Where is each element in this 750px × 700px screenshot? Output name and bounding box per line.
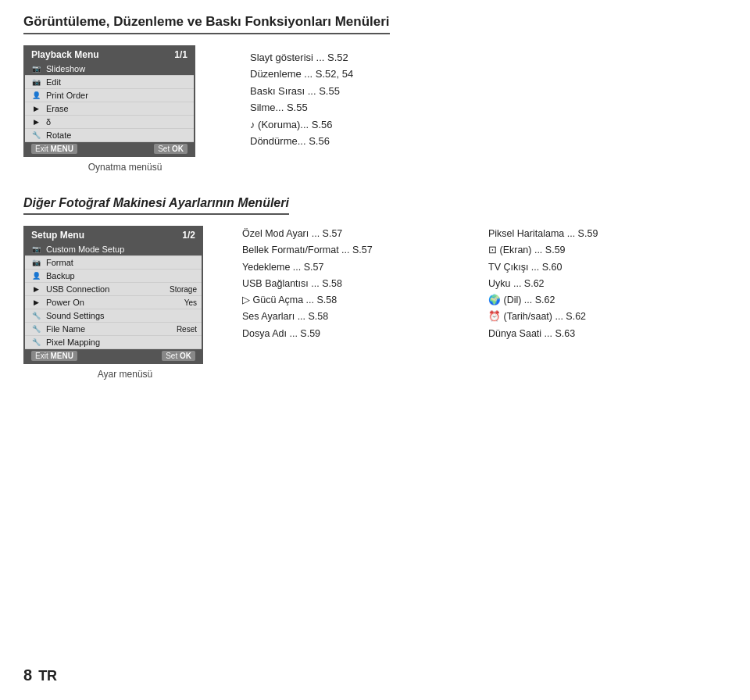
camera-icon2: 📷 <box>30 77 42 87</box>
setup-item-label7: File Name <box>46 324 85 334</box>
text-item-6: Döndürme... S.56 <box>250 133 727 149</box>
playback-item-rotate[interactable]: 🔧 Rotate <box>25 129 194 142</box>
setup-menu-label: Ayar menüsü <box>23 369 227 380</box>
left-col-item-6: Ses Ayarları ... S.58 <box>242 309 480 325</box>
columns-area: Özel Mod Ayarı ... S.57 Bellek Formatı/F… <box>242 226 727 380</box>
setup-menu-title: Setup Menu <box>31 230 84 241</box>
setup-menu-page: 1/2 <box>182 230 195 241</box>
playback-item-label3: Print Order <box>46 91 88 100</box>
left-col-item-2: Bellek Formatı/Format ... S.57 <box>242 242 480 259</box>
text-item-5: ♪ (Koruma)... S.56 <box>250 116 727 133</box>
left-col-list: Özel Mod Ayarı ... S.57 Bellek Formatı/F… <box>242 226 480 342</box>
playback-set-btn[interactable]: Set OK <box>154 144 188 154</box>
text-item-1: Slayt gösterisi ... S.52 <box>250 49 727 66</box>
video-icon4: ▶ <box>30 298 42 307</box>
playback-item-edit[interactable]: 📷 Edit <box>25 76 194 89</box>
camera-icon3: 📷 <box>30 245 42 254</box>
camera-icon4: 📷 <box>30 258 42 267</box>
wrench-icon2: 🔧 <box>30 311 42 320</box>
camera-icon: 📷 <box>30 64 42 73</box>
setup-menu-block: Setup Menu 1/2 📷 Custom Mode Setup 📷 For… <box>23 226 227 380</box>
left-col-item-3: Yedekleme ... S.57 <box>242 259 480 276</box>
playback-item-label6: Rotate <box>46 130 71 140</box>
wrench-icon3: 🔧 <box>30 324 42 334</box>
setup-item-sound[interactable]: 🔧 Sound Settings <box>25 309 202 323</box>
setup-menu-footer: Exit MENU Set OK <box>25 349 202 362</box>
setup-item-backup[interactable]: 👤 Backup <box>25 270 202 283</box>
setup-item-value5: Yes <box>184 298 197 307</box>
setup-item-label2: Format <box>46 258 73 267</box>
playback-item-delta[interactable]: ▶ δ <box>25 116 194 129</box>
setup-menu-items: 📷 Custom Mode Setup 📷 Format 👤 Backup ▶ … <box>25 243 202 349</box>
page-number: 8 <box>23 666 32 684</box>
left-col-item-4: USB Bağlantısı ... S.58 <box>242 276 480 292</box>
right-col-item-7: Dünya Saati ... S.63 <box>488 326 727 342</box>
playback-item-label: Slideshow <box>46 64 85 73</box>
text-item-3: Baskı Sırası ... S.55 <box>250 83 727 99</box>
setup-item-label6: Sound Settings <box>46 311 105 320</box>
page-language: TR <box>38 668 57 684</box>
right-col-item-2: ⊡ (Ekran) ... S.59 <box>488 242 727 259</box>
left-col: Özel Mod Ayarı ... S.57 Bellek Formatı/F… <box>242 226 480 380</box>
wrench-icon: 🔧 <box>30 130 42 140</box>
page-footer: 8 TR <box>23 666 57 684</box>
setup-item-label4: USB Connection <box>46 284 109 294</box>
page-title: Görüntüleme, Düzenleme ve Baskı Fonksiyo… <box>23 14 390 34</box>
video-icon: ▶ <box>30 104 42 113</box>
setup-set-btn[interactable]: Set OK <box>162 351 195 361</box>
setup-menu-header: Setup Menu 1/2 <box>25 227 202 243</box>
playback-item-label4: Erase <box>46 104 69 113</box>
left-col-item-1: Özel Mod Ayarı ... S.57 <box>242 226 480 242</box>
setup-item-value4: Storage <box>170 285 197 294</box>
setup-item-custom[interactable]: 📷 Custom Mode Setup <box>25 243 202 256</box>
playback-item-slideshow[interactable]: 📷 Slideshow <box>25 62 194 76</box>
setup-item-label8: Pixel Mapping <box>46 338 100 347</box>
setup-menu-ui: Setup Menu 1/2 📷 Custom Mode Setup 📷 For… <box>23 226 203 364</box>
right-col-item-4: Uyku ... S.62 <box>488 276 727 292</box>
left-col-item-5: ▷ Gücü Açma ... S.58 <box>242 292 480 309</box>
setup-item-format[interactable]: 📷 Format <box>25 256 202 270</box>
right-col-item-3: TV Çıkışı ... S.60 <box>488 259 727 276</box>
wrench-icon4: 🔧 <box>30 338 42 347</box>
right-col-item-5: 🌍 (Dil) ... S.62 <box>488 292 727 309</box>
video-icon3: ▶ <box>30 284 42 294</box>
person-icon: 👤 <box>30 91 42 100</box>
playback-menu-header: Playback Menu 1/1 <box>25 47 194 62</box>
playback-menu-title: Playback Menu <box>31 49 99 60</box>
setup-item-poweron[interactable]: ▶ Power On Yes <box>25 296 202 309</box>
person-icon2: 👤 <box>30 271 42 280</box>
right-col: Piksel Haritalama ... S.59 ⊡ (Ekran) ...… <box>488 226 727 380</box>
playback-menu-label: Oynatma menüsü <box>23 162 227 173</box>
setup-item-label3: Backup <box>46 271 75 280</box>
playback-menu-page: 1/1 <box>174 49 188 60</box>
text-item-2: Düzenleme ... S.52, 54 <box>250 66 727 82</box>
right-col-item-1: Piksel Haritalama ... S.59 <box>488 226 727 242</box>
setup-item-label5: Power On <box>46 298 84 307</box>
playback-exit-btn[interactable]: Exit MENU <box>31 144 77 154</box>
playback-text-list: Slayt gösterisi ... S.52 Düzenleme ... S… <box>250 49 727 150</box>
right-col-item-6: ⏰ (Tarih/saat) ... S.62 <box>488 309 727 325</box>
setup-item-usb[interactable]: ▶ USB Connection Storage <box>25 283 202 296</box>
left-col-item-7: Dosya Adı ... S.59 <box>242 326 480 342</box>
playback-menu-ui: Playback Menu 1/1 📷 Slideshow 📷 Edit 👤 P… <box>23 45 195 157</box>
playback-menu-items: 📷 Slideshow 📷 Edit 👤 Print Order ▶ Erase <box>25 62 194 142</box>
playback-menu-footer: Exit MENU Set OK <box>25 142 194 155</box>
right-col-list: Piksel Haritalama ... S.59 ⊡ (Ekran) ...… <box>488 226 727 342</box>
playback-item-label2: Edit <box>46 77 61 87</box>
playback-menu-block: Playback Menu 1/1 📷 Slideshow 📷 Edit 👤 P… <box>23 45 227 173</box>
setup-item-filename[interactable]: 🔧 File Name Reset <box>25 323 202 336</box>
setup-item-label1: Custom Mode Setup <box>46 245 124 254</box>
setup-item-pixel[interactable]: 🔧 Pixel Mapping <box>25 336 202 349</box>
setup-item-value7: Reset <box>177 325 197 334</box>
section-title: Diğer Fotoğraf Makinesi Ayarlarının Menü… <box>23 196 289 215</box>
video-icon2: ▶ <box>30 117 42 127</box>
text-item-4: Silme... S.55 <box>250 99 727 116</box>
playback-item-label5: δ <box>46 117 51 127</box>
playback-item-erase[interactable]: ▶ Erase <box>25 102 194 116</box>
setup-exit-btn[interactable]: Exit MENU <box>31 351 77 361</box>
playback-item-print[interactable]: 👤 Print Order <box>25 89 194 102</box>
playback-text-block: Slayt gösterisi ... S.52 Düzenleme ... S… <box>250 45 727 173</box>
